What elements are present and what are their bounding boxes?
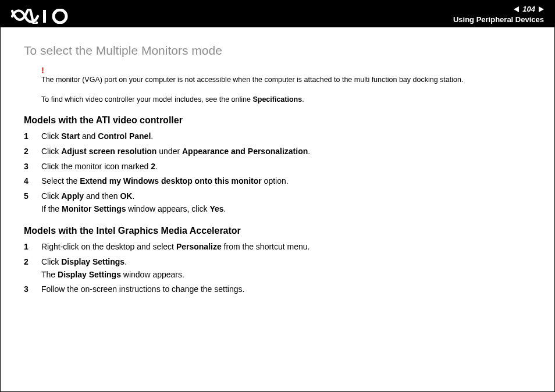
vaio-logo <box>11 9 75 24</box>
content-area: To select the Multiple Monitors mode ! T… <box>1 27 554 296</box>
spec-text-a: To find which video controller your mode… <box>41 95 252 104</box>
step-number: 3 <box>24 283 41 296</box>
step-number: 1 <box>24 130 41 143</box>
page-number: 104 <box>522 5 535 13</box>
step-text: Right-click on the desktop and select Pe… <box>41 241 531 254</box>
spec-text-b: Specifications <box>252 95 302 104</box>
list-item: 5 Click Apply and then OK.If the Monitor… <box>24 190 531 215</box>
spec-note: To find which video controller your mode… <box>41 94 531 105</box>
ati-heading: Models with the ATI video controller <box>24 115 531 126</box>
step-number: 5 <box>24 190 41 203</box>
step-text: Select the Extend my Windows desktop ont… <box>41 175 531 188</box>
step-number: 1 <box>24 241 41 254</box>
spec-text-c: . <box>302 95 304 104</box>
document-page: 104 Using Peripheral Devices To select t… <box>0 0 555 392</box>
warning-icon: ! <box>41 66 531 74</box>
warning-note: ! The monitor (VGA) port on your compute… <box>41 66 531 85</box>
step-number: 2 <box>24 145 41 158</box>
step-text: Click Display Settings.The Display Setti… <box>41 256 531 281</box>
list-item: 4 Select the Extend my Windows desktop o… <box>24 175 531 188</box>
step-text: Follow the on-screen instructions to cha… <box>41 283 531 296</box>
list-item: 1 Click Start and Control Panel. <box>24 130 531 143</box>
step-text: Click Apply and then OK.If the Monitor S… <box>41 190 531 215</box>
list-item: 3 Click the monitor icon marked 2. <box>24 161 531 173</box>
warning-text: The monitor (VGA) port on your computer … <box>41 76 463 84</box>
list-item: 1 Right-click on the desktop and select … <box>24 241 531 254</box>
svg-rect-0 <box>43 10 46 23</box>
page-title: To select the Multiple Monitors mode <box>24 44 531 58</box>
step-text: Click Adjust screen resolution under App… <box>41 145 531 158</box>
ati-steps: 1 Click Start and Control Panel. 2 Click… <box>24 130 531 215</box>
intel-steps: 1 Right-click on the desktop and select … <box>24 241 531 296</box>
list-item: 2 Click Display Settings.The Display Set… <box>24 256 531 281</box>
step-number: 2 <box>24 256 41 269</box>
step-number: 4 <box>24 175 41 188</box>
vaio-logo-svg <box>11 9 75 24</box>
header-right: 104 Using Peripheral Devices <box>453 5 544 24</box>
step-text: Click the monitor icon marked 2. <box>41 161 531 173</box>
section-title: Using Peripheral Devices <box>453 16 544 24</box>
header-bar: 104 Using Peripheral Devices <box>1 1 554 27</box>
list-item: 3 Follow the on-screen instructions to c… <box>24 283 531 296</box>
step-number: 3 <box>24 161 41 173</box>
intel-heading: Models with the Intel Graphics Media Acc… <box>24 226 531 236</box>
next-page-icon[interactable] <box>539 6 544 12</box>
svg-point-1 <box>54 10 66 23</box>
prev-page-icon[interactable] <box>514 6 519 12</box>
step-text: Click Start and Control Panel. <box>41 130 531 143</box>
page-nav: 104 <box>514 5 544 13</box>
list-item: 2 Click Adjust screen resolution under A… <box>24 145 531 158</box>
